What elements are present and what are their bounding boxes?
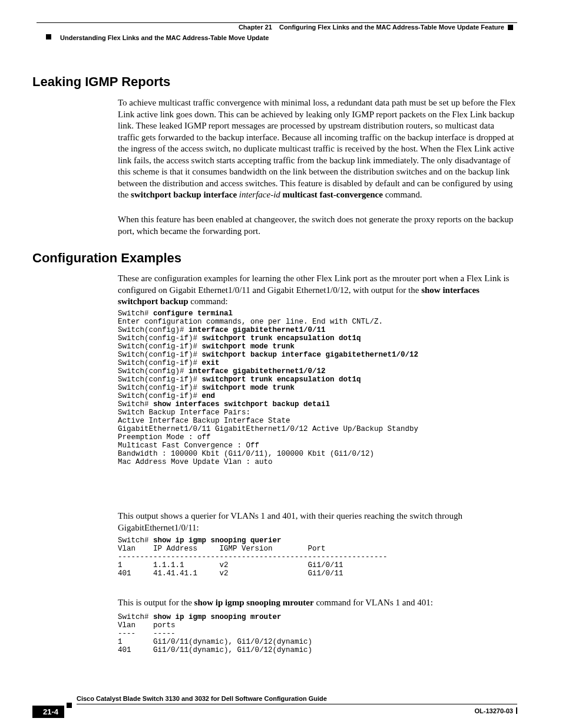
p1-bold-a: switchport backup interface: [131, 190, 237, 199]
doc-id-bar: [516, 707, 517, 714]
chapter-label: Chapter 21: [239, 24, 272, 31]
section-square-icon: [46, 34, 51, 39]
code-block-config: Switch# configure terminal Enter configu…: [118, 309, 418, 466]
paragraph-leaking-igmp: To achieve multicast traffic convergence…: [118, 97, 517, 201]
header-section: Understanding Flex Links and the MAC Add…: [60, 34, 269, 41]
code-block-querier: Switch# show ip igmp snooping querier Vl…: [118, 536, 388, 578]
p1-text-b: command.: [383, 190, 422, 199]
code-block-mrouter: Switch# show ip igmp snooping mrouter Vl…: [118, 613, 312, 654]
paragraph-changeover: When this feature has been enabled at ch…: [118, 214, 517, 237]
paragraph-querier: This output shows a querier for VLANs 1 …: [118, 510, 517, 533]
p3-text-b: command:: [189, 297, 228, 306]
header-square-icon: [508, 25, 513, 30]
chapter-title: Configuring Flex Links and the MAC Addre…: [279, 24, 504, 31]
header-rule: [37, 22, 517, 23]
p5-text-a: This is output for the: [118, 598, 194, 607]
p5-bold: show ip igmp snooping mrouter: [194, 598, 314, 607]
p1-italic: interface-id: [239, 190, 280, 199]
doc-id: OL-13270-03: [475, 707, 513, 714]
paragraph-mrouter: This is output for the show ip igmp snoo…: [118, 597, 517, 609]
footer-book-title: Cisco Catalyst Blade Switch 3130 and 303…: [77, 695, 327, 702]
heading-config-examples: Configuration Examples: [32, 251, 181, 266]
page-number: 21-4: [32, 706, 64, 718]
header-chapter: Chapter 21 Configuring Flex Links and th…: [239, 24, 513, 31]
footer-square-icon: [67, 703, 72, 708]
paragraph-config-intro: These are configuration examples for lea…: [118, 273, 517, 308]
p5-text-b: command for VLANs 1 and 401:: [314, 598, 433, 607]
p1-text-a: To achieve multicast traffic convergence…: [118, 98, 515, 199]
p1-bold-b: multicast fast-convergence: [283, 190, 383, 199]
heading-leaking-igmp: Leaking IGMP Reports: [32, 74, 170, 90]
footer-rule: [77, 704, 517, 704]
